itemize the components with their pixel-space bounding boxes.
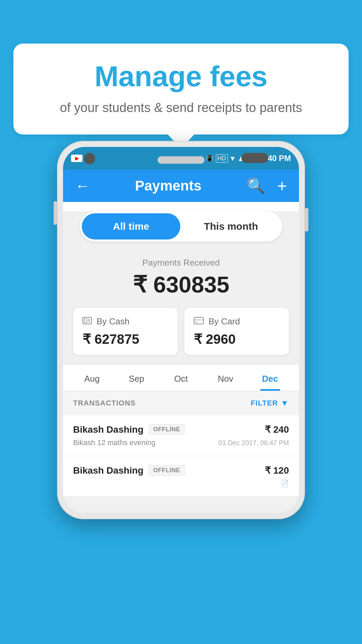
payments-received-section: Payments Received ₹ 630835: [63, 251, 299, 308]
doc-icon: 📄: [281, 479, 289, 487]
transaction-row-1: Bikash Dashing OFFLINE ₹ 240 Bikash 12 m…: [63, 415, 299, 456]
transaction-desc-1: Bikash 12 maths evening: [73, 438, 156, 447]
transaction-left-2: Bikash Dashing OFFLINE: [73, 465, 185, 476]
tab-dec[interactable]: Dec: [248, 365, 292, 391]
phone-mockup: ▶ ✦ 📳 HD ▾ ▲ 🔋 1:40 PM ← Payments: [57, 141, 305, 519]
phone-home-button: [241, 153, 268, 163]
filter-label: FILTER: [251, 399, 278, 408]
phone-outer: ▶ ✦ 📳 HD ▾ ▲ 🔋 1:40 PM ← Payments: [57, 141, 305, 519]
this-month-tab[interactable]: This month: [182, 213, 280, 239]
transaction-amount-2: ₹ 120: [265, 465, 289, 476]
bubble-subtitle: of your students & send receipts to pare…: [34, 100, 328, 116]
time-toggle[interactable]: All time This month: [80, 211, 282, 241]
youtube-icon: ▶: [71, 155, 82, 162]
svg-rect-1: [84, 319, 87, 323]
power-button: [305, 208, 308, 231]
transactions-header: TRANSACTIONS FILTER ▼: [63, 391, 299, 415]
transaction-top-1: Bikash Dashing OFFLINE ₹ 240: [73, 424, 289, 435]
phone-screen: ▶ ✦ 📳 HD ▾ ▲ 🔋 1:40 PM ← Payments: [63, 147, 299, 513]
cash-icon: [82, 316, 92, 327]
phone-speaker: [158, 156, 204, 164]
transaction-top-2: Bikash Dashing OFFLINE ₹ 120: [73, 465, 289, 476]
tab-aug[interactable]: Aug: [70, 365, 114, 391]
app-bar-title: Payments: [99, 178, 237, 194]
filter-icon: ▼: [281, 398, 289, 408]
transaction-name-1: Bikash Dashing: [73, 424, 143, 435]
vibrate-icon: 📳: [206, 155, 213, 162]
add-button[interactable]: +: [275, 173, 290, 198]
volume-button: [54, 201, 57, 225]
tab-nov[interactable]: Nov: [203, 365, 248, 391]
app-bar: ← Payments 🔍 +: [63, 170, 299, 202]
month-tabs[interactable]: Aug Sep Oct Nov Dec: [63, 365, 299, 391]
offline-badge-1: OFFLINE: [149, 424, 185, 435]
back-button[interactable]: ←: [72, 175, 93, 197]
svg-rect-6: [194, 319, 203, 321]
transaction-row-2: Bikash Dashing OFFLINE ₹ 120 📄: [63, 456, 299, 496]
transaction-name-2: Bikash Dashing: [73, 465, 143, 476]
transaction-date-2: 📄: [281, 479, 289, 487]
cash-label: By Cash: [97, 316, 129, 327]
phone-camera: [84, 153, 95, 164]
cash-card: By Cash ₹ 627875: [73, 308, 178, 355]
wifi-icon: ▾: [231, 154, 235, 163]
payments-received-label: Payments Received: [63, 258, 299, 268]
card-icon: [194, 316, 204, 327]
speech-bubble: Manage fees of your students & send rece…: [13, 44, 349, 135]
tab-oct[interactable]: Oct: [159, 365, 203, 391]
payments-received-amount: ₹ 630835: [63, 271, 299, 298]
transaction-left-1: Bikash Dashing OFFLINE: [73, 424, 185, 435]
bubble-title: Manage fees: [34, 60, 328, 92]
tab-sep[interactable]: Sep: [114, 365, 159, 391]
search-button[interactable]: 🔍: [244, 174, 268, 197]
offline-badge-2: OFFLINE: [149, 465, 185, 476]
all-time-tab[interactable]: All time: [82, 213, 180, 239]
transaction-date-1: 01 Dec 2017, 06:47 PM: [219, 439, 289, 447]
transaction-bottom-2: 📄: [73, 479, 289, 487]
card-amount: ₹ 2960: [194, 331, 280, 347]
transaction-bottom-1: Bikash 12 maths evening 01 Dec 2017, 06:…: [73, 438, 289, 447]
main-content: All time This month Payments Received ₹ …: [63, 211, 299, 513]
card-card: By Card ₹ 2960: [184, 308, 289, 355]
transactions-label: TRANSACTIONS: [73, 399, 136, 408]
card-card-header: By Card: [194, 316, 280, 327]
card-label: By Card: [208, 316, 240, 327]
transaction-amount-1: ₹ 240: [265, 424, 289, 435]
payment-method-cards: By Cash ₹ 627875: [73, 308, 289, 355]
filter-button[interactable]: FILTER ▼: [251, 398, 289, 408]
hd-badge: HD: [216, 154, 228, 163]
svg-rect-7: [195, 322, 198, 323]
cash-card-header: By Cash: [82, 316, 168, 327]
cash-amount: ₹ 627875: [82, 331, 168, 347]
